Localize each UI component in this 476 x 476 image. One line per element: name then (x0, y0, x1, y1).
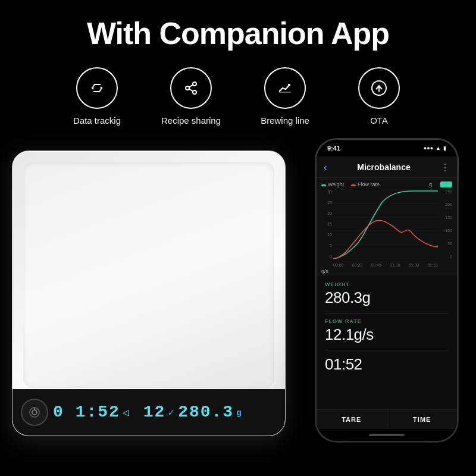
x-0152: 01:52 (427, 263, 438, 267)
feature-recipe-sharing: Recipe sharing (158, 67, 224, 127)
y-right-150: 150 (445, 215, 452, 220)
y-right-0: 0 (450, 255, 452, 259)
scale-check-icon: ✓ (168, 406, 176, 419)
upload-icon (369, 79, 389, 98)
phone-screen: ‹ Microbalance ⋮ Weight Flow rate g (317, 156, 457, 429)
flow-rate-legend-dot (351, 184, 356, 186)
chart-color-bar (440, 181, 452, 187)
app-title: Microbalance (357, 162, 410, 172)
stat-weight-row: WEIGHT 280.3g (325, 281, 449, 307)
y-right-250: 250 (445, 190, 452, 194)
y-left-25: 25 (327, 201, 332, 205)
signal-icon: ●●● (424, 145, 433, 151)
weight-legend-dot (321, 184, 326, 186)
ota-label: OTA (370, 115, 388, 127)
svg-point-2 (193, 90, 196, 94)
feature-brewing-line: Brewing line (252, 67, 318, 127)
feature-ota: OTA (346, 67, 412, 127)
y-left-20: 20 (327, 211, 332, 215)
flow-rate-legend-label: Flow rate (358, 181, 380, 187)
wifi-icon: ▲ (436, 145, 441, 151)
svg-point-0 (193, 82, 196, 86)
app-header: ‹ Microbalance ⋮ (317, 156, 457, 178)
y-left-0: 0 (330, 255, 332, 259)
scale-power-button[interactable] (21, 399, 48, 426)
app-back-button[interactable]: ‹ (324, 161, 327, 174)
stat-divider-1 (325, 313, 449, 314)
arrows-icon (87, 79, 107, 98)
svg-rect-5 (279, 92, 291, 93)
scale-display-bar: 0 1:52 ◁ 12 ✓ 280.3 g (12, 389, 285, 436)
tare-button[interactable]: TARE (317, 410, 387, 429)
chart-container: 30 25 20 15 10 5 0 250 200 150 100 (321, 190, 452, 267)
phone-action-buttons: TARE TIME (317, 409, 457, 429)
scale-weight-display: 12 (143, 403, 166, 421)
scale-time-display: 0 1:52 (53, 403, 120, 421)
y-left-15: 15 (327, 222, 332, 226)
stat-time-row: 01:52 (325, 355, 449, 374)
y-left-5: 5 (330, 243, 332, 248)
home-indicator (369, 434, 405, 436)
chart-right-unit-label: g (429, 181, 432, 187)
product-area: 0 1:52 ◁ 12 ✓ 280.3 g 9:41 ●●● ▲ ▮ (0, 139, 476, 460)
chart-area: Weight Flow rate g 30 25 20 (317, 178, 457, 275)
scale-surface (23, 162, 274, 388)
time-button[interactable]: TIME (387, 410, 458, 429)
svg-point-1 (186, 86, 189, 90)
axis-units-row: g/s (321, 268, 452, 274)
svg-line-3 (189, 85, 193, 87)
stat-weight-label: WEIGHT (325, 281, 449, 287)
y-left-10: 10 (327, 233, 332, 237)
phone-home-bar (317, 429, 457, 441)
y-right-200: 200 (445, 202, 452, 206)
y-right-100: 100 (445, 228, 452, 233)
chart-legend: Weight Flow rate g (321, 181, 452, 187)
chart-svg (333, 190, 438, 259)
x-0130: 01:30 (409, 263, 419, 267)
chart-line-icon (275, 79, 295, 98)
scale-weight-full: 280.3 (178, 403, 234, 421)
x-0000: 00:00 (333, 263, 344, 267)
header-section: With Companion App (0, 0, 476, 61)
y-axis-right: 250 200 150 100 50 0 (439, 190, 452, 259)
stats-section: WEIGHT 280.3g FLOW RATE 12.1g/s 01:52 (317, 275, 457, 409)
x-0022: 00:22 (352, 263, 363, 267)
scale-device: 0 1:52 ◁ 12 ✓ 280.3 g (12, 151, 286, 436)
x-axis: 00:00 00:22 00:45 01:08 01:30 01:52 (333, 263, 438, 267)
phone-status-icons: ●●● ▲ ▮ (424, 145, 446, 151)
brewing-line-icon-circle (264, 67, 306, 109)
legend-flow-rate: Flow rate (351, 181, 380, 187)
data-tracking-icon-circle (76, 67, 118, 109)
svg-point-9 (32, 410, 37, 415)
app-more-button[interactable]: ⋮ (440, 162, 450, 173)
stat-flow-rate-value: 12.1g/s (325, 325, 449, 344)
phone-status-bar: 9:41 ●●● ▲ ▮ (317, 140, 457, 156)
brewing-line-label: Brewing line (261, 115, 309, 127)
left-axis-unit: g/s (321, 268, 328, 274)
stat-flow-rate-row: FLOW RATE 12.1g/s (325, 318, 449, 344)
scale-sound-icon: ◁ (123, 406, 130, 419)
features-row: Data trackig Recipe sharing Brewing line (0, 61, 476, 139)
legend-weight: Weight (321, 181, 344, 187)
phone-device: 9:41 ●●● ▲ ▮ ‹ Microbalance ⋮ Weight (315, 139, 458, 442)
scale-logo-icon (28, 406, 41, 419)
phone-clock: 9:41 (327, 145, 340, 152)
stat-flow-rate-label: FLOW RATE (325, 318, 449, 324)
page-title: With Companion App (12, 17, 464, 51)
scale-unit: g (236, 408, 242, 418)
svg-line-4 (189, 89, 193, 92)
recipe-sharing-icon-circle (170, 67, 212, 109)
ota-icon-circle (358, 67, 400, 109)
battery-icon: ▮ (443, 145, 446, 151)
data-tracking-label: Data trackig (73, 115, 121, 127)
x-0045: 00:45 (371, 263, 381, 267)
y-axis-left: 30 25 20 15 10 5 0 (321, 190, 332, 259)
feature-data-tracking: Data trackig (64, 67, 130, 127)
y-right-50: 50 (447, 242, 452, 246)
x-0108: 01:08 (390, 263, 400, 267)
share-icon (181, 79, 201, 98)
stat-weight-value: 280.3g (325, 289, 449, 307)
recipe-sharing-label: Recipe sharing (161, 115, 221, 127)
stat-time-value: 01:52 (325, 355, 449, 374)
stat-divider-2 (325, 350, 449, 350)
